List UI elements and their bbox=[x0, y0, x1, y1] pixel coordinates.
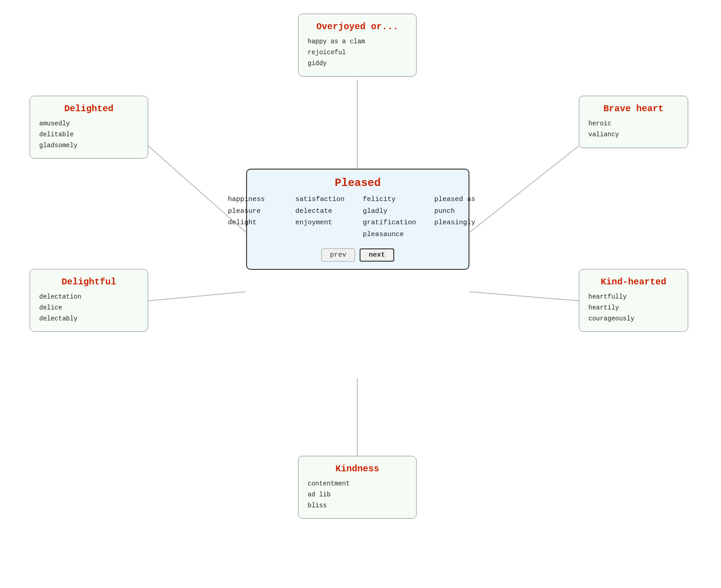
node-overjoyed: Overjoyed or... happy as a clam rejoicef… bbox=[298, 14, 417, 77]
word-item: contentment bbox=[308, 479, 407, 490]
node-kindness: Kindness contentment ad lib bliss bbox=[298, 456, 417, 519]
node-delighted-words: amusedly delitable gladsomely bbox=[39, 119, 139, 151]
word-item: felicity bbox=[363, 194, 416, 206]
word-item: courageously bbox=[588, 314, 679, 325]
word-item: enjoyment bbox=[295, 217, 345, 229]
node-overjoyed-words: happy as a clam rejoiceful giddy bbox=[308, 36, 407, 69]
word-item: happiness bbox=[228, 194, 277, 206]
node-kind-hearted-words: heartfully heartily courageously bbox=[588, 292, 679, 324]
word-item: satisfaction bbox=[295, 194, 345, 206]
word-item: pleasure bbox=[228, 206, 277, 217]
word-item: giddy bbox=[308, 58, 407, 69]
node-brave-heart: Brave heart heroic valiancy bbox=[579, 96, 688, 148]
word-item: rejoiceful bbox=[308, 47, 407, 58]
word-item: amusedly bbox=[39, 119, 139, 129]
word-item: delight bbox=[228, 217, 277, 229]
word-item: bliss bbox=[308, 500, 407, 511]
word-item: pleased as punch bbox=[434, 194, 488, 217]
word-item: heroic bbox=[588, 119, 679, 129]
node-delightful-title: Delightful bbox=[39, 277, 139, 287]
word-item: heartily bbox=[588, 303, 679, 314]
node-delighted-title: Delighted bbox=[39, 103, 139, 114]
node-pleased: Pleased happiness pleasure delight satis… bbox=[246, 169, 469, 270]
node-delighted: Delighted amusedly delitable gladsomely bbox=[30, 96, 148, 159]
node-pleased-title: Pleased bbox=[256, 177, 459, 189]
node-pleased-col1: happiness pleasure delight satisfaction … bbox=[228, 194, 345, 240]
word-item: delectation bbox=[39, 292, 139, 303]
word-item: pleasaunce bbox=[363, 229, 416, 241]
word-item: gratification bbox=[363, 217, 416, 229]
node-kind-hearted: Kind-hearted heartfully heartily courage… bbox=[579, 269, 688, 332]
node-pleased-col2: felicity gladly gratification pleasaunce… bbox=[363, 194, 488, 240]
svg-line-4 bbox=[469, 292, 579, 301]
button-row: prev next bbox=[256, 248, 459, 262]
node-overjoyed-title: Overjoyed or... bbox=[308, 21, 407, 32]
node-brave-heart-words: heroic valiancy bbox=[588, 119, 679, 140]
word-item: gladsomely bbox=[39, 140, 139, 151]
word-item: ad lib bbox=[308, 490, 407, 500]
prev-button[interactable]: prev bbox=[321, 248, 355, 262]
node-delightful: Delightful delectation delice delectably bbox=[30, 269, 148, 332]
node-delightful-words: delectation delice delectably bbox=[39, 292, 139, 324]
word-item: delectate bbox=[295, 206, 345, 217]
word-item: delectably bbox=[39, 314, 139, 325]
mind-map: Overjoyed or... happy as a clam rejoicef… bbox=[0, 0, 721, 588]
node-kindness-title: Kindness bbox=[308, 464, 407, 474]
node-kindness-words: contentment ad lib bliss bbox=[308, 479, 407, 511]
word-item: delitable bbox=[39, 129, 139, 140]
word-item: valiancy bbox=[588, 129, 679, 140]
word-item: delice bbox=[39, 303, 139, 314]
node-kind-hearted-title: Kind-hearted bbox=[588, 277, 679, 287]
word-item: heartfully bbox=[588, 292, 679, 303]
word-item: gladly bbox=[363, 206, 416, 217]
word-item: pleasingly bbox=[434, 217, 488, 229]
svg-line-3 bbox=[148, 292, 246, 301]
word-item: happy as a clam bbox=[308, 36, 407, 47]
node-brave-heart-title: Brave heart bbox=[588, 103, 679, 114]
next-button[interactable]: next bbox=[360, 248, 394, 262]
